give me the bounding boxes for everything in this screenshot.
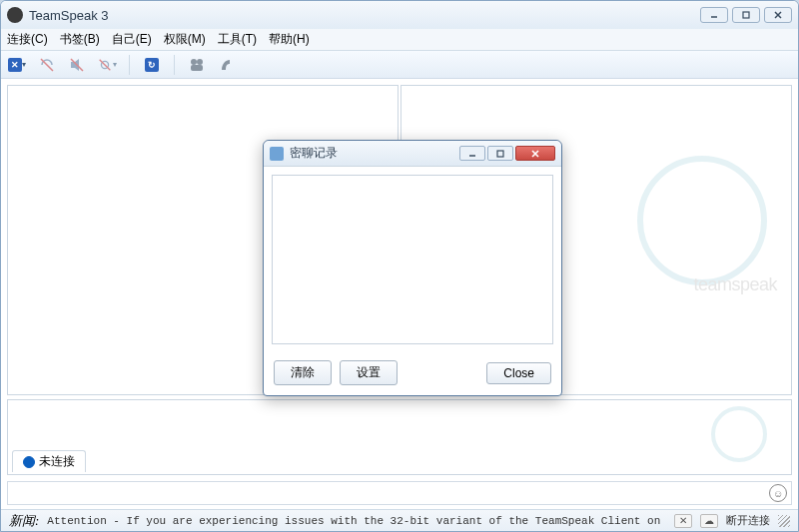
chat-pane: 未连接 (7, 399, 792, 475)
away-toggle-icon[interactable]: ✕▾ (7, 55, 27, 75)
chat-tabbar: 未连接 (12, 450, 86, 472)
settings-icon[interactable]: ▾ (97, 55, 117, 75)
svg-rect-11 (191, 65, 203, 71)
dialog-maximize-button[interactable] (487, 146, 513, 161)
dialog-title: 密聊记录 (290, 145, 459, 162)
mute-mic-icon[interactable] (37, 55, 57, 75)
svg-rect-1 (743, 12, 749, 18)
teamspeak-logo-small (711, 406, 775, 470)
toolbar-separator (174, 55, 175, 75)
dialog-window-controls (459, 146, 555, 161)
emoji-icon[interactable]: ☺ (769, 484, 787, 502)
status-dot-icon (23, 456, 35, 468)
titlebar[interactable]: TeamSpeak 3 (1, 1, 798, 29)
statusbar: 新闻: Attention - If you are experiencing … (1, 509, 798, 531)
logo-text: teamspeak (693, 274, 777, 295)
svg-rect-13 (497, 151, 503, 157)
mute-speaker-icon[interactable] (67, 55, 87, 75)
menu-bookmarks[interactable]: 书签(B) (60, 31, 100, 48)
contacts-icon[interactable] (187, 55, 207, 75)
maximize-button[interactable] (732, 7, 760, 23)
clear-button[interactable]: 清除 (274, 360, 332, 385)
close-button[interactable] (764, 7, 792, 23)
window-controls (700, 7, 792, 23)
chat-input-row: ☺ (7, 481, 792, 505)
whisper-history-dialog: 密聊记录 清除 设置 Close (263, 140, 562, 396)
whisper-history-list[interactable] (272, 175, 553, 344)
minimize-button[interactable] (700, 7, 728, 23)
resize-grip-icon[interactable] (778, 515, 790, 527)
app-icon (7, 7, 23, 23)
settings-button[interactable]: 设置 (340, 360, 398, 385)
cloud-icon[interactable]: ☁ (700, 514, 718, 528)
menu-self[interactable]: 自己(E) (112, 31, 152, 48)
window-title: TeamSpeak 3 (29, 8, 700, 23)
menu-permissions[interactable]: 权限(M) (164, 31, 206, 48)
toolbar: ✕▾ ▾ ↻ (1, 51, 798, 79)
menu-tools[interactable]: 工具(T) (218, 31, 257, 48)
menu-connection[interactable]: 连接(C) (7, 31, 48, 48)
tab-label: 未连接 (39, 453, 75, 470)
news-label: 新闻: (9, 512, 39, 530)
disconnect-button[interactable]: 断开连接 (726, 513, 770, 528)
dialog-close-button[interactable] (515, 146, 555, 161)
close-dialog-button[interactable]: Close (486, 362, 551, 384)
menu-help[interactable]: 帮助(H) (269, 31, 310, 48)
toolbar-separator (129, 55, 130, 75)
menubar: 连接(C) 书签(B) 自己(E) 权限(M) 工具(T) 帮助(H) (1, 29, 798, 51)
dialog-minimize-button[interactable] (459, 146, 485, 161)
svg-point-10 (197, 59, 203, 65)
poke-icon[interactable] (217, 55, 237, 75)
dialog-content (264, 167, 561, 352)
svg-point-9 (191, 59, 197, 65)
teamspeak-logo: teamspeak (631, 156, 781, 295)
dialog-titlebar[interactable]: 密聊记录 (264, 141, 561, 167)
news-ticker: Attention - If you are experiencing issu… (47, 515, 666, 527)
tab-not-connected[interactable]: 未连接 (12, 450, 86, 472)
svg-line-4 (41, 59, 53, 71)
dialog-icon (270, 147, 284, 161)
chat-input[interactable] (12, 486, 769, 500)
refresh-icon[interactable]: ↻ (142, 55, 162, 75)
dismiss-news-icon[interactable]: ✕ (674, 514, 692, 528)
dialog-button-row: 清除 设置 Close (264, 352, 561, 395)
